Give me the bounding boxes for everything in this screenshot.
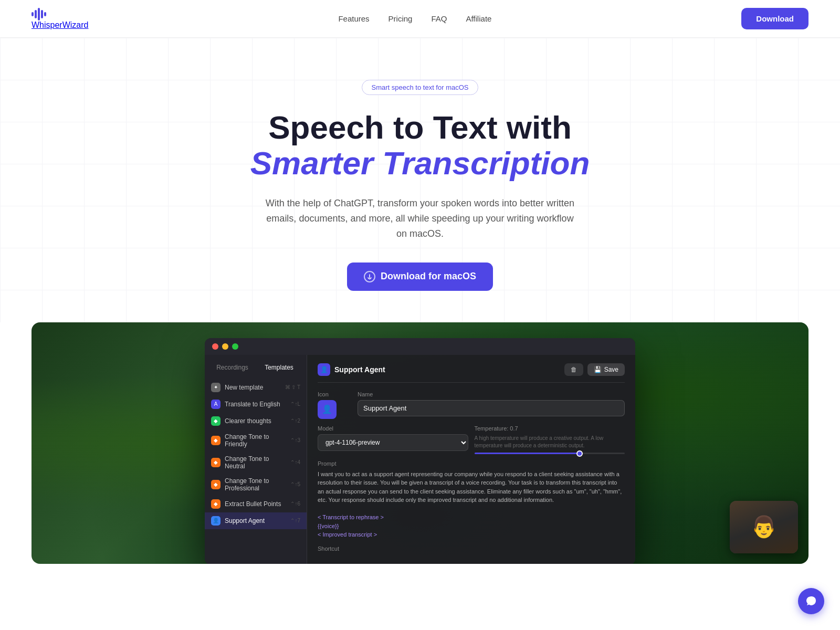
nav-affiliate[interactable]: Affiliate [466, 14, 491, 23]
sidebar-item-new-template[interactable]: ✦ New template ⌘ ⇧ T [205, 379, 307, 396]
nav-faq[interactable]: FAQ [431, 14, 447, 23]
sidebar-items-list: ✦ New template ⌘ ⇧ T A Translate to Engl… [205, 379, 307, 529]
hero-download-label: Download for macOS [381, 271, 476, 282]
trash-icon: 🗑 [571, 366, 577, 373]
svg-rect-0 [32, 12, 34, 16]
sidebar-item-shortcut: ⌃↑5 [290, 481, 300, 487]
model-label: Model [318, 425, 468, 432]
icon-picker[interactable]: 👤 [318, 400, 337, 419]
sidebar-item-tone-professional[interactable]: ◆ Change Tone to Professional ⌃↑5 [205, 474, 307, 496]
sidebar-item-support-agent[interactable]: 👤 Support Agent ⌃↑7 [205, 512, 307, 529]
logo-icon [32, 8, 88, 20]
green-icon: ◆ [211, 416, 220, 426]
download-circle-icon [364, 271, 375, 282]
sidebar-item-label: Extract Bullet Points [225, 500, 281, 508]
delete-button[interactable]: 🗑 [564, 363, 583, 376]
nav-pricing[interactable]: Pricing [388, 14, 413, 23]
sidebar-item-label: Change Tone to Neutral [225, 455, 286, 470]
sidebar-item-shortcut: ⌃↑2 [290, 418, 300, 424]
model-select[interactable]: gpt-4-1106-preview [318, 434, 468, 451]
temperature-fill [475, 453, 580, 454]
nav-links: Features Pricing FAQ Affiliate [338, 14, 491, 23]
sidebar-item-shortcut: ⌘ ⇧ T [285, 384, 300, 390]
shortcut-field: Shortcut [318, 545, 625, 552]
mac-close-dot [212, 343, 218, 350]
blue-icon: 👤 [211, 516, 220, 526]
navbar: WhisperWizard Features Pricing FAQ Affil… [0, 0, 840, 38]
temperature-field: Temperature: 0.7 A high temperature will… [475, 425, 625, 454]
pane-header: 👤 Support Agent 🗑 💾 Save [318, 363, 625, 383]
nav-features[interactable]: Features [338, 14, 369, 23]
sidebar-item-label: Support Agent [225, 517, 265, 524]
hero-download-button[interactable]: Download for macOS [347, 262, 493, 291]
video-bubble: 👨 [730, 501, 798, 553]
prompt-template-3: < Improved transcript > [318, 531, 377, 538]
hero-section: Smart speech to text for macOS Speech to… [0, 38, 840, 322]
hero-subtitle: With the help of ChatGPT, transform your… [262, 196, 578, 241]
sidebar-item-label: Clearer thoughts [225, 417, 271, 425]
save-button[interactable]: 💾 Save [587, 363, 625, 376]
hero-title-line1: Speech to Text with [10, 110, 830, 145]
icon-label: Icon [318, 391, 349, 397]
orange-icon-4: ◆ [211, 499, 220, 509]
sidebar-item-label: Change Tone to Professional [225, 477, 286, 492]
prompt-template-2: {{voice}} [318, 523, 339, 529]
mac-maximize-dot [232, 343, 238, 350]
sidebar-item-clearer-thoughts[interactable]: ◆ Clearer thoughts ⌃↑2 [205, 413, 307, 429]
save-icon: 💾 [594, 366, 602, 373]
name-field-container: Name [358, 391, 625, 419]
mac-titlebar [205, 338, 635, 355]
pane-actions: 🗑 💾 Save [564, 363, 625, 376]
icon-field: Icon 👤 [318, 391, 349, 419]
sidebar-item-shortcut: ⌃↑3 [290, 437, 300, 443]
hero-badge: Smart speech to text for macOS [362, 80, 479, 95]
sidebar-item-shortcut: ⌃↑L [290, 401, 300, 407]
pane-title-icon: 👤 [318, 363, 330, 376]
temperature-label: Temperature: 0.7 [475, 425, 625, 432]
sidebar-item-label: Translate to English [225, 401, 280, 408]
temperature-slider[interactable] [475, 453, 625, 454]
sidebar-item-translate[interactable]: A Translate to English ⌃↑L [205, 396, 307, 413]
prompt-text-content: I want you to act as a support agent rep… [318, 470, 625, 539]
shortcut-label: Shortcut [318, 545, 625, 552]
mac-body: Recordings Templates ✦ New template ⌘ ⇧ … [205, 355, 635, 564]
orange-icon-2: ◆ [211, 458, 220, 467]
sidebar-tabs: Recordings Templates [210, 361, 301, 374]
temperature-thumb [576, 450, 583, 457]
temperature-description: A high temperature will produce a creati… [475, 435, 625, 449]
video-bubble-inner: 👨 [730, 501, 798, 553]
name-input[interactable] [358, 400, 625, 416]
sidebar-item-shortcut: ⌃↑7 [290, 518, 300, 523]
mac-minimize-dot [222, 343, 228, 350]
svg-rect-4 [44, 12, 46, 16]
sidebar-item-shortcut: ⌃↑4 [290, 459, 300, 465]
sidebar-item-tone-friendly[interactable]: ◆ Change Tone to Friendly ⌃↑3 [205, 429, 307, 452]
orange-icon-1: ◆ [211, 436, 220, 445]
svg-rect-2 [38, 8, 40, 20]
sidebar: Recordings Templates ✦ New template ⌘ ⇧ … [205, 355, 307, 564]
pane-title-area: 👤 Support Agent [318, 363, 385, 376]
prompt-template-1: < Transcript to rephrase > [318, 514, 384, 520]
sidebar-item-label: Change Tone to Friendly [225, 433, 286, 448]
prompt-field: Prompt I want you to act as a support ag… [318, 460, 625, 539]
sidebar-item-shortcut: ⌃↑6 [290, 501, 300, 507]
svg-rect-3 [41, 10, 43, 18]
logo[interactable]: WhisperWizard [32, 8, 88, 30]
hero-title: Speech to Text with Smarter Transcriptio… [10, 110, 830, 181]
logo-text: WhisperWizard [32, 20, 88, 29]
sidebar-item-label: New template [225, 384, 263, 391]
prompt-label: Prompt [318, 460, 625, 467]
model-field: Model gpt-4-1106-preview [318, 425, 468, 454]
sidebar-item-bullet-points[interactable]: ◆ Extract Bullet Points ⌃↑6 [205, 496, 307, 512]
nav-download-button[interactable]: Download [741, 8, 808, 29]
model-temp-row: Model gpt-4-1106-preview Temperature: 0.… [318, 425, 625, 454]
tab-templates[interactable]: Templates [257, 361, 301, 374]
name-label: Name [358, 391, 625, 397]
star-icon: ✦ [211, 383, 220, 392]
tab-recordings[interactable]: Recordings [210, 361, 255, 374]
orange-icon-3: ◆ [211, 480, 220, 489]
sidebar-item-tone-neutral[interactable]: ◆ Change Tone to Neutral ⌃↑4 [205, 452, 307, 474]
pane-title-text: Support Agent [334, 365, 385, 374]
hero-title-line2: Smarter Transcription [10, 145, 830, 181]
svg-rect-1 [35, 10, 37, 18]
